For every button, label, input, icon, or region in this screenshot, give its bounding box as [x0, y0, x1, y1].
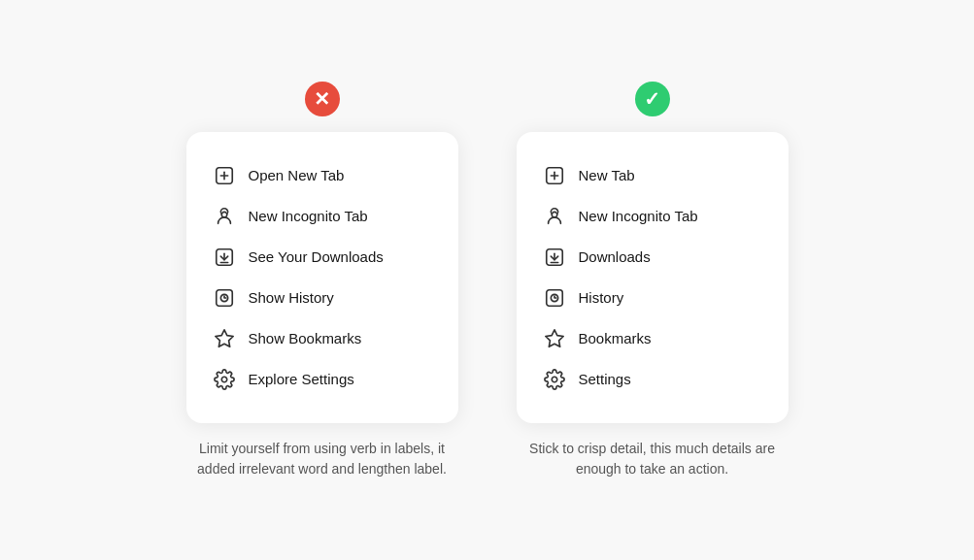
- bad-panel-wrapper: ✕ Open New Tab New Incognito Tab See You…: [186, 82, 458, 479]
- good-history[interactable]: History: [544, 278, 761, 318]
- main-container: ✕ Open New Tab New Incognito Tab See You…: [19, 82, 955, 479]
- star-icon: [214, 328, 235, 349]
- bad-open-new-tab-label: Open New Tab: [249, 167, 345, 183]
- bad-explore-settings-label: Explore Settings: [249, 371, 354, 387]
- bad-badge: ✕: [305, 82, 340, 116]
- bad-show-bookmarks[interactable]: Show Bookmarks: [214, 318, 431, 359]
- good-history-label: History: [579, 289, 624, 306]
- plus-square-icon: [544, 165, 565, 186]
- good-settings-label: Settings: [579, 371, 631, 387]
- bad-panel: Open New Tab New Incognito Tab See Your …: [186, 132, 458, 423]
- good-new-tab-label: New Tab: [579, 167, 635, 183]
- good-downloads-label: Downloads: [579, 248, 651, 265]
- bad-new-incognito-tab[interactable]: New Incognito Tab: [214, 196, 431, 237]
- plus-square-icon: [214, 165, 235, 186]
- settings-icon: [544, 369, 565, 390]
- good-settings[interactable]: Settings: [544, 359, 761, 400]
- good-caption: Stick to crisp detail, this much details…: [517, 439, 789, 479]
- good-new-incognito-tab[interactable]: New Incognito Tab: [544, 196, 761, 237]
- svg-point-18: [556, 212, 558, 214]
- good-downloads[interactable]: Downloads: [544, 237, 761, 278]
- bad-see-your-downloads[interactable]: See Your Downloads: [214, 237, 431, 278]
- good-panel: New Tab New Incognito Tab Downloads Hist…: [517, 132, 789, 423]
- bad-show-bookmarks-label: Show Bookmarks: [249, 330, 362, 346]
- bad-show-history[interactable]: Show History: [214, 278, 431, 318]
- svg-marker-11: [215, 329, 232, 346]
- bad-caption: Limit yourself from using verb in labels…: [186, 439, 458, 479]
- svg-point-17: [550, 212, 552, 214]
- good-bookmarks-label: Bookmarks: [579, 330, 652, 346]
- download-icon: [214, 247, 235, 268]
- svg-point-5: [226, 212, 228, 214]
- svg-point-4: [219, 212, 221, 214]
- svg-point-12: [221, 377, 227, 382]
- bad-see-your-downloads-label: See Your Downloads: [249, 248, 384, 265]
- star-icon: [544, 328, 565, 349]
- good-panel-wrapper: ✓ New Tab New Incognito Tab Downloads: [517, 82, 789, 479]
- svg-point-25: [552, 377, 557, 382]
- download-icon: [544, 247, 565, 268]
- good-bookmarks[interactable]: Bookmarks: [544, 318, 761, 359]
- bad-show-history-label: Show History: [249, 289, 334, 306]
- bad-open-new-tab[interactable]: Open New Tab: [214, 155, 431, 196]
- incognito-icon: [214, 206, 235, 227]
- incognito-icon: [544, 206, 565, 227]
- clock-icon: [544, 287, 565, 309]
- good-badge: ✓: [635, 82, 670, 116]
- settings-icon: [214, 369, 235, 390]
- good-new-tab[interactable]: New Tab: [544, 155, 761, 196]
- clock-icon: [214, 287, 235, 309]
- bad-new-incognito-tab-label: New Incognito Tab: [249, 208, 368, 224]
- good-new-incognito-tab-label: New Incognito Tab: [579, 208, 698, 224]
- bad-explore-settings[interactable]: Explore Settings: [214, 359, 431, 400]
- svg-marker-24: [545, 329, 562, 346]
